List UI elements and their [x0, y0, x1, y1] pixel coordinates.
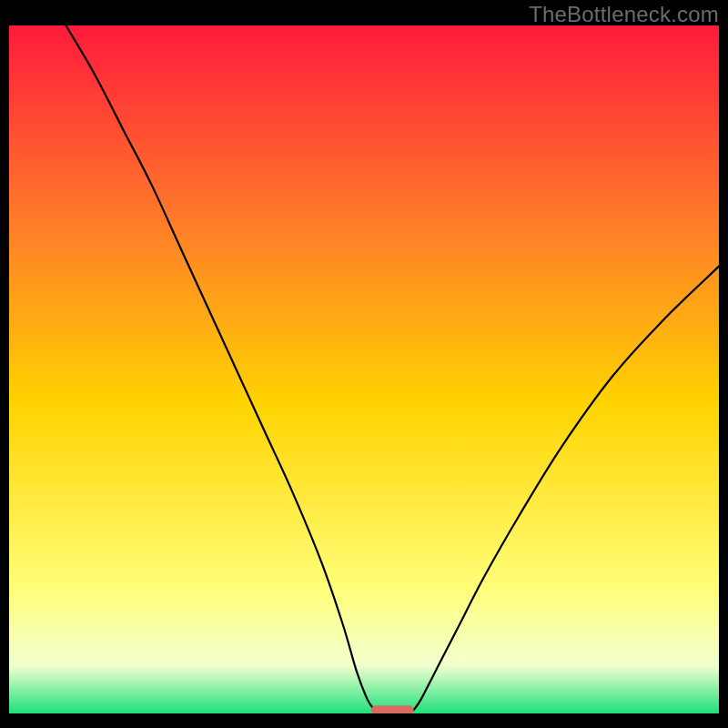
minimum-marker	[371, 705, 414, 713]
chart-svg	[9, 25, 719, 713]
plot-area	[9, 25, 719, 713]
gradient-background	[9, 25, 719, 713]
watermark-text: TheBottleneck.com	[529, 2, 719, 27]
chart-frame: TheBottleneck.com	[0, 0, 728, 728]
